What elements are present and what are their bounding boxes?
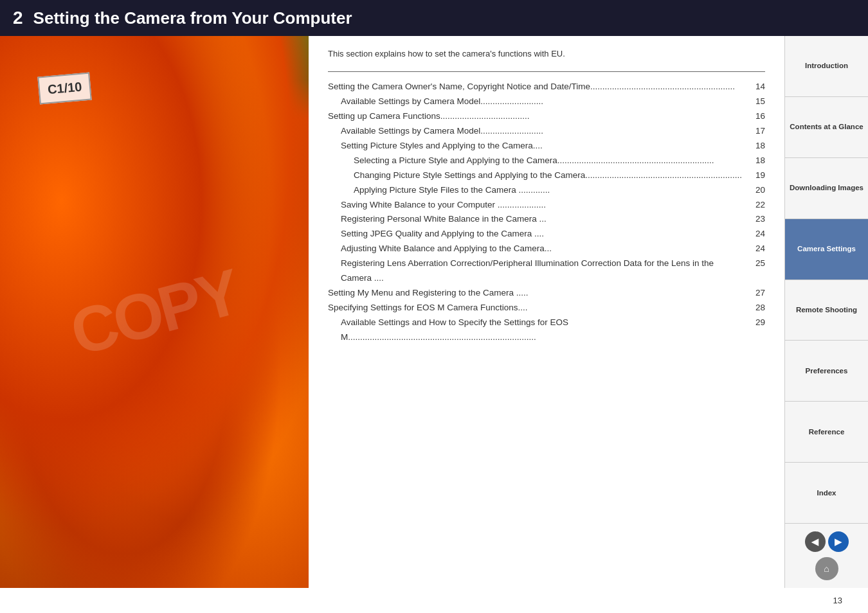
sidebar-label-contents: Contents at a Glance [790,122,863,132]
toc-row[interactable]: Setting JPEG Quality and Applying to the… [328,227,765,242]
sidebar-item-downloading[interactable]: Downloading Images [785,158,868,219]
toc-entry-page: 24 [746,227,765,242]
toc-entry-page: 25 [746,256,765,286]
toc-entry-page: 15 [746,94,765,109]
toc-entry-text: Setting up Camera Functions.............… [328,109,746,124]
sidebar-item-reference[interactable]: Reference [785,402,868,463]
toc-entry-text: Saving White Balance to your Computer ..… [341,198,746,213]
toc-entry-page: 20 [746,183,765,198]
toc-entry-page: 19 [746,168,765,183]
toc-entry-page: 23 [746,212,765,227]
toc-divider [328,71,765,72]
toc-row[interactable]: Setting the Camera Owner's Name, Copyrig… [328,80,765,94]
sidebar-label-remote: Remote Shooting [796,305,857,315]
prev-button[interactable]: ◀ [805,531,826,552]
toc-entry-text: Adjusting White Balance and Applying to … [341,242,746,256]
toc-entry-text: Registering Lens Aberration Correction/P… [341,256,746,286]
toc-entry-page: 27 [746,286,765,301]
sidebar-label-index: Index [817,488,836,498]
toc-row[interactable]: Setting My Menu and Registering to the C… [328,286,765,301]
toc-row[interactable]: Available Settings by Camera Model......… [328,124,765,139]
sidebar-label-downloading: Downloading Images [790,183,863,193]
toc-entry-text: Setting Picture Styles and Applying to t… [341,139,746,154]
toc-entry-text: Setting JPEG Quality and Applying to the… [341,227,746,242]
next-button[interactable]: ▶ [828,531,849,552]
toc-row[interactable]: Saving White Balance to your Computer ..… [328,198,765,213]
toc-entry-text: Setting the Camera Owner's Name, Copyrig… [328,80,746,94]
hero-image: COPY C1/10 [0,36,309,588]
section-intro: This section explains how to set the cam… [328,49,765,58]
toc-row[interactable]: Applying Picture Style Files to the Came… [328,183,765,198]
toc-row[interactable]: Setting Picture Styles and Applying to t… [328,139,765,154]
sidebar-label-introduction: Introduction [805,61,848,71]
home-button[interactable]: ⌂ [815,557,838,580]
toc-row[interactable]: Setting up Camera Functions.............… [328,109,765,124]
toc-content: This section explains how to set the cam… [309,36,784,588]
toc-entry-page: 18 [746,139,765,154]
toc-entry-page: 28 [746,301,765,315]
page-number: 13 [820,591,855,610]
sidebar-item-camera[interactable]: Camera Settings [785,219,868,280]
toc-entry-page: 16 [746,109,765,124]
toc-entry-page: 14 [746,80,765,94]
sidebar-item-index[interactable]: Index [785,463,868,524]
toc-row[interactable]: Selecting a Picture Style and Applying t… [328,154,765,168]
sidebar-item-introduction[interactable]: Introduction [785,36,868,97]
sidebar-label-camera: Camera Settings [797,244,856,254]
sidebar-label-reference: Reference [809,427,845,437]
toc-row[interactable]: Adjusting White Balance and Applying to … [328,242,765,256]
nav-arrow-group: ◀ ▶ [805,531,849,552]
toc-entry-page: 24 [746,242,765,256]
toc-entry-text: Specifying Settings for EOS M Camera Fun… [328,301,746,315]
sidebar-item-remote[interactable]: Remote Shooting [785,280,868,341]
toc-entry-text: Applying Picture Style Files to the Came… [354,183,746,198]
main-content: COPY C1/10 This section explains how to … [0,36,868,588]
chapter-number: 2 [13,8,23,28]
fruit-photo [0,36,309,588]
sidebar-item-preferences[interactable]: Preferences [785,341,868,402]
toc-entry-page: 17 [746,124,765,139]
toc-entry-text: Setting My Menu and Registering to the C… [328,286,746,301]
page-title: Setting the Camera from Your Computer [33,8,352,28]
toc-entry-page: 18 [746,154,765,168]
toc-entry-text: Registering Personal White Balance in th… [341,212,746,227]
toc-row[interactable]: Registering Lens Aberration Correction/P… [328,256,765,286]
page-header: 2 Setting the Camera from Your Computer [0,0,868,36]
sign-overlay: C1/10 [37,73,92,105]
toc-entry-text: Selecting a Picture Style and Applying t… [354,154,746,168]
toc-row[interactable]: Specifying Settings for EOS M Camera Fun… [328,301,765,315]
sidebar-navigation: ◀ ▶ ⌂ [785,524,868,588]
toc-entry-text: Available Settings by Camera Model......… [341,94,746,109]
toc-entry-text: Available Settings by Camera Model......… [341,124,746,139]
toc-row[interactable]: Available Settings by Camera Model......… [328,94,765,109]
right-sidebar: Introduction Contents at a Glance Downlo… [784,36,868,588]
sidebar-item-contents[interactable]: Contents at a Glance [785,97,868,158]
sidebar-label-preferences: Preferences [806,366,848,376]
toc-entry-text: Changing Picture Style Settings and Appl… [354,168,746,183]
toc-entry-page: 22 [746,198,765,213]
toc-row[interactable]: Available Settings and How to Specify th… [328,315,765,345]
toc-row[interactable]: Registering Personal White Balance in th… [328,212,765,227]
footer: 13 [0,588,868,613]
toc-list: Setting the Camera Owner's Name, Copyrig… [328,80,765,345]
toc-row[interactable]: Changing Picture Style Settings and Appl… [328,168,765,183]
toc-entry-page: 29 [746,315,765,345]
toc-entry-text: Available Settings and How to Specify th… [341,315,746,345]
